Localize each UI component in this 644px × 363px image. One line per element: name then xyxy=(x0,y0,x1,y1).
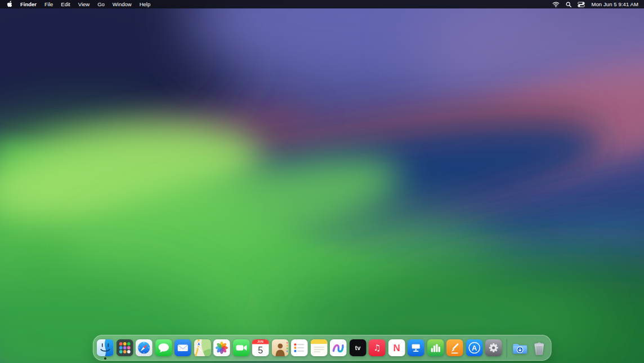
notes-icon xyxy=(310,339,327,356)
dock-item-freeform[interactable] xyxy=(330,339,347,356)
messages-icon xyxy=(155,339,172,356)
maps-icon xyxy=(194,339,211,356)
menu-view[interactable]: View xyxy=(74,0,93,8)
mail-icon xyxy=(175,339,191,356)
freeform-icon xyxy=(330,339,347,356)
dock-item-downloads[interactable] xyxy=(511,339,528,356)
app-store-icon: A xyxy=(466,339,482,356)
dock: JUN5tv♫NA xyxy=(93,335,552,361)
dock-item-pages[interactable] xyxy=(446,339,463,356)
desktop: FinderFileEditViewGoWindowHelp Mon Jun 5… xyxy=(0,0,644,363)
dock-item-news[interactable]: N xyxy=(388,339,405,356)
keynote-icon xyxy=(408,339,424,356)
dock-item-photos[interactable] xyxy=(213,339,230,356)
dock-item-system-settings[interactable] xyxy=(485,339,502,356)
dock-separator xyxy=(506,339,507,357)
music-icon: ♫ xyxy=(369,339,386,356)
menu-bar: FinderFileEditViewGoWindowHelp Mon Jun 5… xyxy=(0,0,644,8)
calendar-icon: JUN5 xyxy=(252,339,269,356)
menu-bar-clock[interactable]: Mon Jun 5 9:41 AM xyxy=(591,1,638,7)
tv-icon: tv xyxy=(349,339,366,356)
wifi-icon xyxy=(552,2,560,7)
news-icon: N xyxy=(388,339,405,356)
finder-icon xyxy=(97,339,114,356)
downloads-icon xyxy=(511,339,528,356)
system-settings-icon xyxy=(485,339,502,356)
menu-finder[interactable]: Finder xyxy=(16,0,41,8)
wallpaper xyxy=(0,0,644,363)
menu-help[interactable]: Help xyxy=(136,0,155,8)
dock-item-trash[interactable] xyxy=(530,339,547,356)
dock-item-maps[interactable] xyxy=(194,339,211,356)
svg-text:5: 5 xyxy=(258,346,263,355)
running-indicator xyxy=(104,357,106,360)
facetime-icon xyxy=(232,339,249,356)
apple-menu[interactable] xyxy=(6,1,16,8)
dock-item-finder[interactable] xyxy=(97,339,114,356)
svg-text:N: N xyxy=(393,343,400,353)
dock-item-mail[interactable] xyxy=(175,339,191,356)
dock-item-tv[interactable]: tv xyxy=(349,339,366,356)
trash-icon xyxy=(530,339,547,356)
dock-item-reminders[interactable] xyxy=(291,339,308,356)
menu-window[interactable]: Window xyxy=(109,0,136,8)
menu-go[interactable]: Go xyxy=(93,0,109,8)
menu-file[interactable]: File xyxy=(41,0,57,8)
svg-text:JUN: JUN xyxy=(257,340,263,343)
app-menus: FinderFileEditViewGoWindowHelp xyxy=(6,0,154,8)
dock-item-safari[interactable] xyxy=(136,339,153,356)
launchpad-icon xyxy=(116,339,133,356)
dock-item-keynote[interactable] xyxy=(408,339,424,356)
dock-item-messages[interactable] xyxy=(155,339,172,356)
pages-icon xyxy=(446,339,463,356)
dock-item-notes[interactable] xyxy=(310,339,327,356)
apple-logo-icon xyxy=(7,1,13,8)
photos-icon xyxy=(213,339,230,356)
menu-edit[interactable]: Edit xyxy=(57,0,74,8)
dock-item-app-store[interactable]: A xyxy=(466,339,482,356)
numbers-icon xyxy=(427,339,444,356)
spotlight-button[interactable] xyxy=(566,2,571,7)
dock-item-music[interactable]: ♫ xyxy=(369,339,386,356)
svg-text:A: A xyxy=(472,344,477,352)
wifi-button[interactable] xyxy=(552,2,560,7)
menu-bar-status: Mon Jun 5 9:41 AM xyxy=(552,1,638,7)
contacts-icon xyxy=(271,339,288,356)
dock-item-launchpad[interactable] xyxy=(116,339,133,356)
dock-item-numbers[interactable] xyxy=(427,339,444,356)
dock-item-contacts[interactable] xyxy=(271,339,288,356)
control-center-button[interactable] xyxy=(578,2,585,7)
control-center-icon xyxy=(578,2,585,7)
svg-text:♫: ♫ xyxy=(373,343,381,352)
dock-item-calendar[interactable]: JUN5 xyxy=(252,339,269,356)
safari-icon xyxy=(136,339,153,356)
status-icons xyxy=(552,2,585,7)
svg-text:tv: tv xyxy=(355,344,361,351)
reminders-icon xyxy=(291,339,308,356)
spotlight-icon xyxy=(566,2,571,7)
dock-item-facetime[interactable] xyxy=(232,339,249,356)
